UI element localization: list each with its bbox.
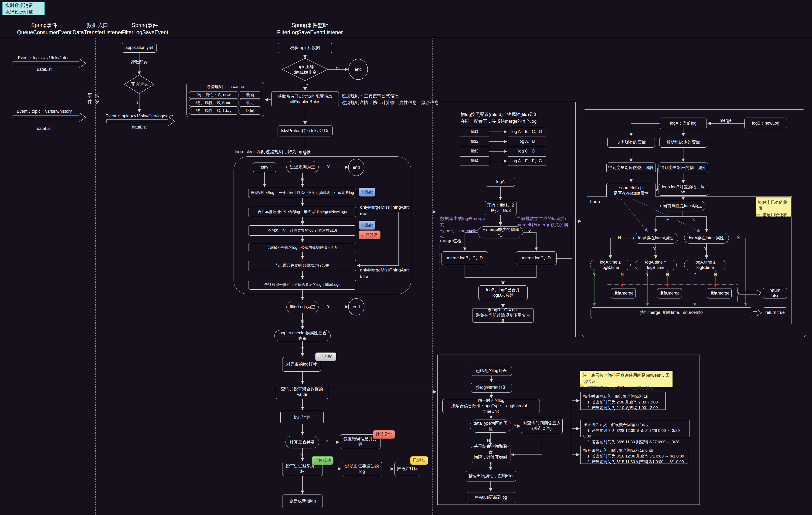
cache-row1-right[interactable]: 最新 (239, 91, 261, 99)
label-y-existB: Y (703, 246, 708, 252)
cache-row3-right[interactable]: 区间 (239, 107, 261, 115)
diagram-canvas: 实时数据消费 执行过滤引擎Spring事件 QueueConsumerEvent… (0, 0, 812, 515)
pb-thing-left[interactable]: 得到变量对应的物、属性 (606, 162, 656, 173)
cache-row1-left[interactable]: 物、属性：A, now (189, 91, 238, 99)
node-gen-log[interactable]: 按规则生成log， 一个tskv可以命中不同过滤规则，生成多条log (248, 188, 356, 198)
pb-return-true[interactable]: return true (763, 307, 787, 318)
pc-round[interactable]: 对查询时间四舍五入 (整点查询) (521, 418, 562, 434)
stadium-loop-check[interactable]: loop to check: 物属性是否完备 (274, 330, 331, 341)
header-filter-log-save-event: Spring事件 FilterLogSaveEvent (119, 22, 170, 36)
pb-reject-3[interactable]: 拒绝merge (707, 288, 732, 299)
label-read-config: 读取配置 (127, 60, 151, 65)
node-verify-topic[interactable]: 校验topic和数据 (278, 43, 332, 53)
pc-tidy[interactable]: 整理出物属性，查询tskv (466, 471, 516, 482)
diamond-enable-filter-label[interactable]: 开启过滤 (125, 82, 153, 88)
pc-example-hour[interactable]: 按小时四舍五入，假设聚合间隔为 1h 1. 若当前时间为 2:30 则查询 2:… (580, 392, 666, 410)
pb-loopb[interactable]: loop logB对应的物、属性 (659, 184, 708, 195)
pb-reject-1[interactable]: 拒绝merge (611, 288, 636, 299)
pc-list[interactable]: 已匹配的log列表 (471, 366, 512, 376)
pc-value[interactable]: 将value更新到log (466, 492, 516, 503)
badge-unmatched-1[interactable]: 未匹配 (358, 188, 375, 196)
pc-dtype[interactable]: dataType为区间类型 (470, 420, 511, 432)
pb-thing-right[interactable]: 得到变量对应的物、属性 (659, 162, 708, 173)
label-y-islatest: Y (665, 217, 671, 223)
node-convert[interactable]: tskvProtos 转为 tskvDTOs (278, 125, 332, 137)
label-n-le: N (619, 272, 625, 277)
title-badge[interactable]: 实时数据消费 执行过滤引擎 (2, 2, 45, 16)
badge-notified[interactable]: 已通知 (410, 456, 428, 465)
stadium-is-err[interactable]: 计算是否异常 (286, 436, 319, 448)
fild4-logs[interactable]: log A、E、F、G (508, 156, 546, 166)
sticky-loop[interactable]: logA中已有的物属 性也适用该逻辑 (756, 198, 791, 216)
node-query-miss[interactable]: 查询未匹配、计算异常的log(计算次数≤10) (248, 225, 356, 236)
pb-parse[interactable]: 解析出缺少的变量 (660, 137, 707, 148)
pa-merge-bcd[interactable]: merge logB、C、D (441, 251, 488, 265)
pb-return-false[interactable]: return false (763, 288, 787, 299)
fild4-cell[interactable]: fild4 (460, 156, 489, 166)
event2-datalist: dataList (28, 126, 61, 132)
badge-calc-err-2[interactable]: 计算异常 (373, 430, 395, 438)
node-query-value[interactable]: 查询并设置聚合数据的value (276, 385, 328, 399)
pb-logb[interactable]: logB：newLog (745, 118, 787, 129)
pc-calc[interactable]: 基于结束时间和聚合 间隔，计算开始时间 (471, 447, 511, 463)
event1-datalist: dataList (28, 67, 61, 73)
pb-reject-2[interactable]: 拒绝merge (657, 288, 682, 299)
node-update-log[interactable]: 更新或新增log (282, 494, 323, 508)
pa-onlymiss[interactable]: 只merge缺少的物属性 (478, 226, 523, 238)
node-get-rules[interactable]: 获取所有开启过滤的配置信息 allEnabledRules (271, 91, 339, 107)
end-3-label[interactable]: end (349, 304, 363, 310)
pc-group[interactable]: 按log的时间分组 (471, 383, 512, 393)
label-y-iserr: Y (324, 439, 330, 445)
pa-merged[interactable]: logB、logC已合并 logD未合并 (478, 285, 528, 300)
pc-example-month[interactable]: 按月四舍五入，假设聚合间隔为 1month 1. 若当前时间为 3/16 12:… (580, 446, 688, 464)
pb-loga[interactable]: logA：当前log (660, 118, 707, 129)
end-1-label[interactable]: end (351, 67, 365, 73)
pa-null[interactable]: 令logB、C = null 避免在当前过滤规则下重复合并 (472, 308, 534, 323)
label-y-existA: Y (651, 246, 657, 252)
pa-have[interactable]: 现有：fild1、2 缺少：fild3 (485, 201, 517, 215)
node-application-yml[interactable]: application.yml (122, 43, 157, 53)
badge-calc-err-1[interactable]: 计算异常 (358, 231, 380, 239)
fild1-cell[interactable]: fild1 (460, 127, 489, 137)
fild2-logs[interactable]: log A、B (508, 137, 546, 146)
label-n-topic: N (335, 66, 340, 72)
pb-source[interactable]: sourceInfo中 是否存在latest属性 (606, 183, 656, 199)
node-filter-notify[interactable]: 过滤出需要通知的log (342, 462, 382, 476)
stadium-rules-empty[interactable]: 过滤规则为空 (286, 161, 319, 173)
pb-time-ge[interactable]: logA.time ≥ logB.time (684, 260, 726, 270)
pa-loga[interactable]: logA (486, 177, 515, 187)
pb-do-merge[interactable]: 执行merge: 刷新time、sourceInfo (590, 307, 752, 318)
stadium-filterlogs-empty[interactable]: filterLogs为空 (286, 301, 319, 313)
cache-row2-right[interactable]: 最近 (239, 99, 261, 107)
end-2-label[interactable]: end (349, 164, 363, 171)
diamond-topic-label[interactable]: topic正确 dataList非空 (286, 64, 324, 75)
fild3-cell[interactable]: fild3 (460, 147, 489, 156)
fild1-logs[interactable]: log A、B、C、D (508, 127, 546, 137)
node-filter-out[interactable]: 过滤掉不合规的log：公式与规则详情不匹配 (248, 243, 356, 252)
node-exec-calc[interactable]: 执行计算 (280, 411, 324, 424)
fild3-logs[interactable]: log C、D (508, 147, 546, 156)
badge-unmatched-2[interactable]: 未匹配 (358, 221, 375, 230)
sticky-between[interactable]: 注：底层按时间范围查询使用的是between，因此结束 时间就直接取临界值了，不… (580, 371, 672, 387)
fild2-cell[interactable]: fild2 (460, 137, 489, 146)
cache-row2-left[interactable]: 物、属性：B, 5min (189, 99, 238, 107)
node-tskv[interactable]: tskv (253, 162, 276, 172)
pb-getvar[interactable]: 取出现有的变量 (607, 137, 655, 148)
node-merge-again[interactable]: 与上面合并后的log继续进行合并 (248, 260, 356, 271)
pc-agg[interactable]: 同一时间的log 按聚合信息分组：aggType、 aggInterval、ti… (442, 399, 540, 413)
badge-matched[interactable]: 已匹配 (315, 353, 336, 361)
pb-time-eq[interactable]: logA.time = logB.time (635, 260, 677, 270)
pb-existB[interactable]: logA存在latest属性 (684, 233, 729, 244)
cache-row3-left[interactable]: 物、属性：C, 1day (189, 107, 238, 115)
node-mark-log[interactable]: 对完备的log打标 (282, 357, 321, 371)
pa-merge-cd[interactable]: merge logC、D (516, 251, 556, 265)
node-merge-batch[interactable]: 合并本批数据中生成的log：最终得到mergedNewLogs (248, 207, 356, 217)
pb-existA[interactable]: logA存在latest属性 (633, 233, 678, 244)
pc-example-day[interactable]: 按天四舍五入，假设聚合间隔为 1day 1. 若当前时间为 3/28 12:30… (580, 420, 690, 437)
pb-islatest[interactable]: 当前属性是latest类型 (660, 201, 705, 211)
pb-time-le[interactable]: logA.time ≤ logB.time (590, 260, 631, 270)
node-final-logs[interactable]: 最终获得一批经过层层合并后的log：filterLogs (248, 280, 356, 290)
label-y-dtype: Y (512, 423, 518, 429)
badge-calc-ok[interactable]: 计算成功 (312, 456, 334, 465)
label-n-rules-empty: N (299, 177, 305, 183)
